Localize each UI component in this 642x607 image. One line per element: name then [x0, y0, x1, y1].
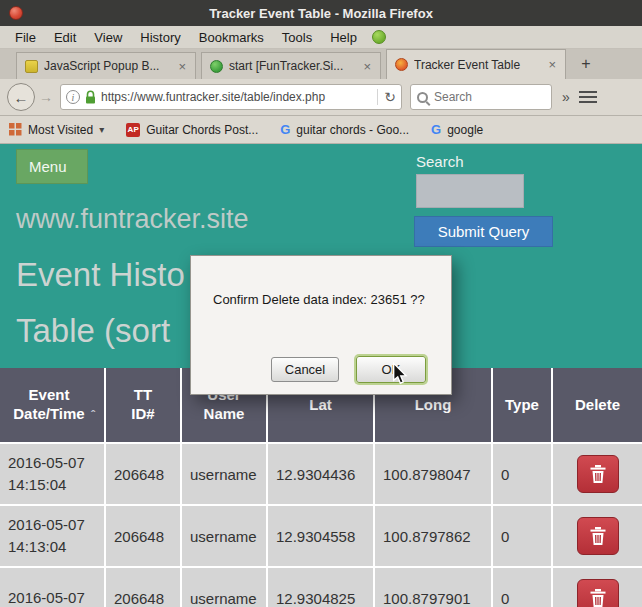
delete-row-button[interactable] [577, 455, 619, 493]
cell-tt-id: 206648 [106, 568, 180, 607]
page-viewport: Menu Search Submit Query www.funtracker.… [0, 144, 642, 607]
search-icon [417, 92, 428, 103]
trash-icon [588, 587, 608, 607]
header-tt-id[interactable]: TT ID# [106, 368, 180, 442]
url-bar[interactable]: i https://www.funtracker.site/table/inde… [60, 84, 402, 110]
bookmark-label: google [447, 123, 483, 137]
url-text[interactable]: https://www.funtracker.site/table/index.… [101, 90, 372, 104]
mouse-cursor [392, 362, 408, 390]
cell-long: 100.8797862 [375, 506, 491, 566]
browser-search-bar[interactable] [410, 84, 552, 110]
window-close-button[interactable] [9, 6, 23, 20]
google-favicon-icon: G [280, 122, 290, 137]
cell-event-datetime: 2016-05-0714:15:04 [0, 444, 104, 504]
cell-type: 0 [493, 444, 551, 504]
https-lock-icon [85, 90, 96, 104]
cell-user-name: username [182, 444, 266, 504]
submit-query-button[interactable]: Submit Query [414, 216, 553, 247]
bookmark-label: Most Visited [28, 123, 93, 137]
tab-funtracker-start[interactable]: start [FunTracker.Si... × [201, 52, 381, 79]
tab-label: start [FunTracker.Si... [229, 59, 356, 73]
window-titlebar: Tracker Event Table - Mozilla Firefox [0, 0, 642, 26]
site-info-icon[interactable]: i [66, 90, 80, 104]
delete-row-button[interactable] [577, 517, 619, 555]
page-heading-line1: Event Histo [16, 256, 185, 294]
bookmark-google[interactable]: G google [431, 122, 483, 137]
tab-tracker-event-table[interactable]: Tracker Event Table × [386, 49, 566, 79]
cell-lat: 12.9304825 [268, 568, 373, 607]
cell-user-name: username [182, 506, 266, 566]
menubar-item-file[interactable]: File [6, 29, 45, 46]
cell-lat: 12.9304436 [268, 444, 373, 504]
tab-label: JavaScript Popup B... [44, 59, 171, 73]
cell-delete [553, 444, 642, 504]
bookmarks-toolbar: Most Visited ▾ AP Guitar Chords Post... … [0, 116, 642, 144]
cell-long: 100.8798047 [375, 444, 491, 504]
ok-button[interactable]: OK [356, 356, 426, 383]
confirm-dialog-message: Confirm Delete data index: 23651 ?? [213, 292, 425, 307]
menubar-item-edit[interactable]: Edit [45, 29, 85, 46]
js-favicon-icon [25, 60, 38, 73]
page-search-label: Search [416, 153, 464, 170]
cell-tt-id: 206648 [106, 444, 180, 504]
tab-close-icon[interactable]: × [177, 59, 187, 74]
tracker-favicon-icon [395, 58, 408, 71]
cell-tt-id: 206648 [106, 506, 180, 566]
bookmark-most-visited[interactable]: Most Visited ▾ [9, 123, 104, 137]
trash-icon [588, 463, 608, 485]
header-event-datetime[interactable]: Event Date/Time ˆ [0, 368, 104, 442]
tab-close-icon[interactable]: × [547, 57, 557, 72]
grid-icon [9, 123, 22, 136]
tab-javascript-popup[interactable]: JavaScript Popup B... × [16, 52, 196, 79]
header-type[interactable]: Type [493, 368, 551, 442]
site-name-text: www.funtracker.site [16, 204, 249, 235]
menubar-item-view[interactable]: View [85, 29, 131, 46]
ap-favicon-icon: AP [126, 123, 140, 137]
bookmark-guitar-chords-post[interactable]: AP Guitar Chords Post... [126, 123, 258, 137]
navigation-toolbar: ← → i https://www.funtracker.site/table/… [0, 79, 642, 116]
menubar-item-help[interactable]: Help [321, 29, 366, 46]
browser-search-input[interactable] [434, 90, 545, 104]
bookmark-guitar-chords-google[interactable]: G guitar chords - Goo... [280, 122, 409, 137]
reload-icon[interactable]: ↻ [377, 89, 396, 105]
tab-close-icon[interactable]: × [362, 59, 372, 74]
window-title: Tracker Event Table - Mozilla Firefox [0, 6, 642, 21]
cell-type: 0 [493, 506, 551, 566]
tab-bar: JavaScript Popup B... × start [FunTracke… [0, 49, 642, 79]
dropdown-caret-icon: ▾ [99, 124, 104, 135]
menubar-item-tools[interactable]: Tools [273, 29, 321, 46]
cell-event-datetime: 2016-05-07 [0, 568, 104, 607]
page-menu-button[interactable]: Menu [16, 149, 88, 184]
addon-icon[interactable] [372, 30, 386, 44]
menu-hamburger-icon[interactable] [579, 91, 597, 103]
google-favicon-icon: G [431, 122, 441, 137]
cancel-button[interactable]: Cancel [271, 357, 339, 382]
new-tab-button[interactable]: + [573, 52, 599, 76]
page-heading-line2: Table (sort [16, 312, 170, 350]
delete-row-button[interactable] [577, 579, 619, 607]
cell-type: 0 [493, 568, 551, 607]
funtracker-favicon-icon [210, 60, 223, 73]
tab-label: Tracker Event Table [414, 58, 541, 72]
confirm-dialog: Confirm Delete data index: 23651 ?? Canc… [190, 255, 452, 395]
menubar-item-history[interactable]: History [131, 29, 189, 46]
bookmark-label: Guitar Chords Post... [146, 123, 258, 137]
cell-user-name: username [182, 568, 266, 607]
cell-long: 100.8797901 [375, 568, 491, 607]
cell-delete [553, 506, 642, 566]
page-search-input[interactable] [416, 174, 524, 208]
overflow-chevron-icon[interactable]: » [562, 89, 570, 105]
event-table: Event Date/Time ˆ TT ID# User Name Lat L… [0, 368, 642, 607]
back-button[interactable]: ← [7, 83, 35, 111]
forward-button[interactable]: → [39, 89, 53, 105]
trash-icon [588, 525, 608, 547]
cell-delete [553, 568, 642, 607]
menubar: File Edit View History Bookmarks Tools H… [0, 26, 642, 49]
sort-caret-icon: ˆ [91, 409, 95, 424]
bookmark-label: guitar chords - Goo... [296, 123, 409, 137]
menubar-item-bookmarks[interactable]: Bookmarks [190, 29, 273, 46]
cell-event-datetime: 2016-05-0714:13:04 [0, 506, 104, 566]
header-delete[interactable]: Delete [553, 368, 642, 442]
cell-lat: 12.9304558 [268, 506, 373, 566]
